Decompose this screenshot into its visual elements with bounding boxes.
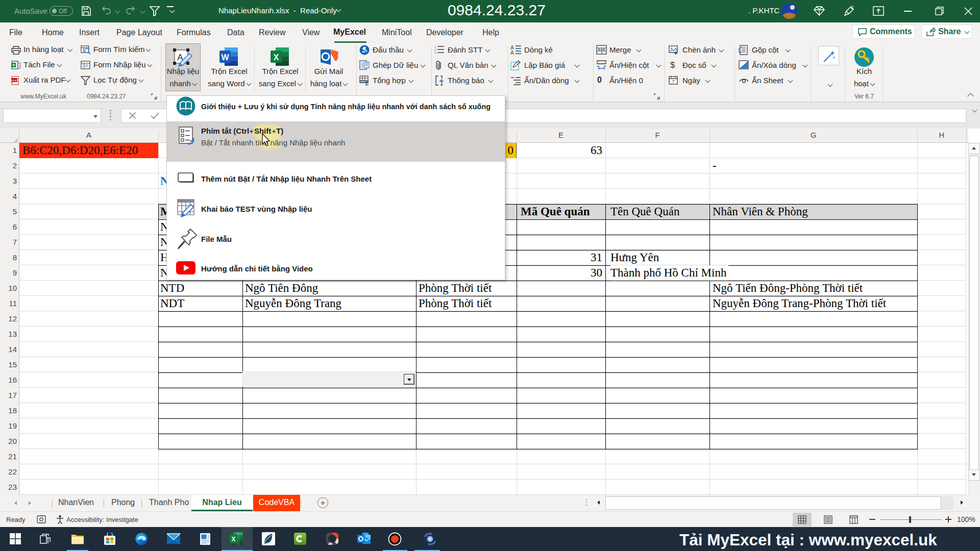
svg-text:X: X bbox=[232, 536, 236, 543]
svg-text:3: 3 bbox=[434, 52, 436, 55]
svg-text:W: W bbox=[221, 53, 229, 62]
svg-text:A: A bbox=[510, 50, 514, 55]
svg-text:PDF: PDF bbox=[11, 79, 17, 82]
svg-text:7: 7 bbox=[672, 79, 674, 84]
svg-text:Σ: Σ bbox=[365, 80, 369, 86]
svg-text:X: X bbox=[274, 53, 279, 62]
